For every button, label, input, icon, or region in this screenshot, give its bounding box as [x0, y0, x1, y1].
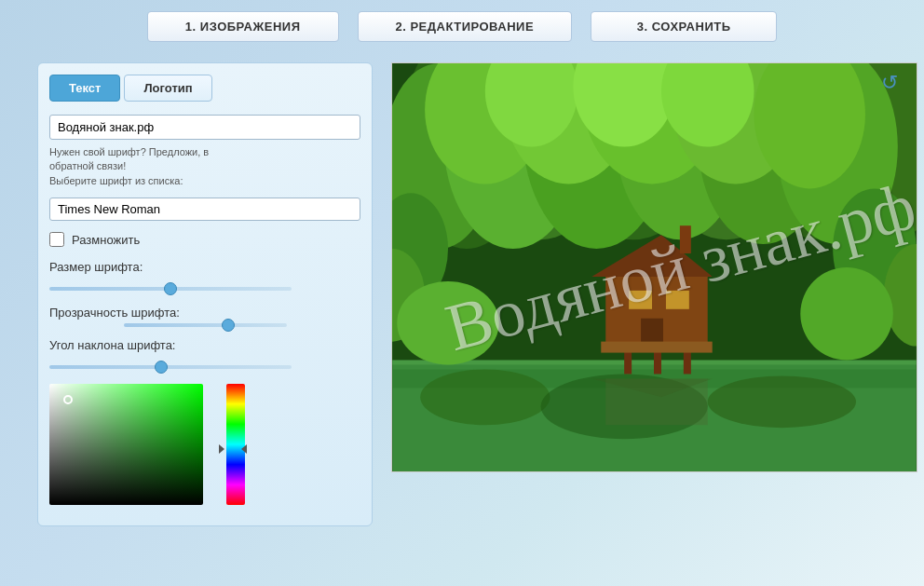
- svg-point-42: [397, 281, 499, 365]
- left-panel: Текст Логотип Нужен свой шрифт? Предложи…: [37, 62, 373, 526]
- tab-logo[interactable]: Логотип: [124, 75, 211, 102]
- multiply-row: Размножить: [49, 232, 360, 247]
- angle-label: Угол наклона шрифта:: [49, 338, 360, 352]
- step1-button[interactable]: 1. ИЗОБРАЖЕНИЯ: [147, 11, 339, 42]
- svg-point-24: [420, 370, 550, 426]
- svg-point-43: [800, 267, 893, 361]
- angle-slider[interactable]: [49, 365, 292, 369]
- image-container: Водяной знак.рф ↺: [391, 62, 917, 472]
- font-size-slider[interactable]: [49, 287, 292, 291]
- tab-text[interactable]: Текст: [49, 75, 120, 102]
- svg-rect-37: [601, 342, 712, 353]
- hint-text: Нужен свой шрифт? Предложи, в обратной с…: [49, 145, 360, 188]
- forest-image: [392, 63, 917, 471]
- opacity-slider[interactable]: [124, 323, 287, 327]
- font-selector[interactable]: Times New Roman: [49, 198, 360, 221]
- main-content: Текст Логотип Нужен свой шрифт? Предложи…: [0, 53, 924, 536]
- hue-indicator-left: [219, 444, 224, 454]
- opacity-label: Прозрачность шрифта:: [49, 306, 360, 320]
- opacity-group: Прозрачность шрифта:: [49, 306, 360, 327]
- angle-group: Угол наклона шрифта:: [49, 338, 360, 373]
- svg-rect-31: [666, 291, 689, 309]
- multiply-checkbox[interactable]: [49, 232, 64, 247]
- svg-rect-30: [629, 291, 652, 309]
- top-nav: 1. ИЗОБРАЖЕНИЯ 2. РЕДАКТИРОВАНИЕ 3. СОХР…: [0, 0, 924, 53]
- refresh-icon[interactable]: ↺: [881, 71, 907, 97]
- svg-rect-33: [680, 225, 691, 253]
- color-picker[interactable]: [49, 384, 245, 514]
- font-size-label: Размер шрифта:: [49, 260, 360, 274]
- hue-indicator-right: [241, 444, 247, 454]
- step3-button[interactable]: 3. СОХРАНИТЬ: [591, 11, 777, 42]
- right-panel: Водяной знак.рф ↺: [391, 62, 917, 526]
- watermark-text-input[interactable]: [49, 115, 360, 140]
- multiply-label: Размножить: [72, 233, 140, 247]
- color-gradient-box[interactable]: [49, 384, 203, 505]
- svg-point-26: [708, 375, 856, 428]
- step2-button[interactable]: 2. РЕДАКТИРОВАНИЕ: [358, 11, 573, 42]
- tabs: Текст Логотип: [49, 75, 360, 102]
- font-size-group: Размер шрифта:: [49, 260, 360, 294]
